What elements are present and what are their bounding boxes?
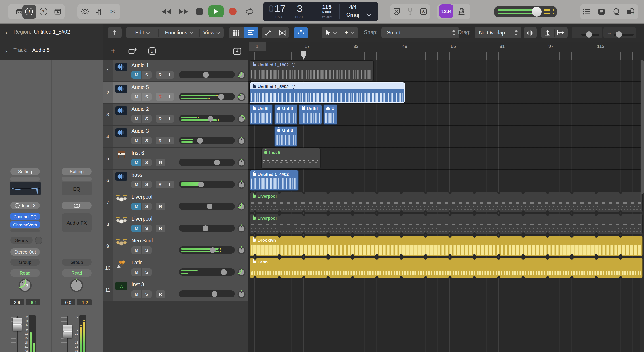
track-header-inst-3[interactable]: 11♫Inst 3MSR — [103, 279, 248, 301]
strip-stereo-format-button[interactable] — [62, 202, 92, 209]
track-disclosure-icon[interactable]: › — [5, 48, 8, 54]
mute-button[interactable]: M — [132, 93, 141, 101]
track-pan-knob[interactable] — [237, 202, 246, 211]
forward-button[interactable] — [178, 8, 188, 15]
lcd-chevron-icon[interactable] — [367, 10, 371, 18]
region-untitl[interactable]: Untitl — [274, 126, 298, 147]
record-enable-button[interactable]: R — [156, 93, 164, 101]
track-volume-slider[interactable] — [179, 268, 235, 276]
track-volume-slider[interactable] — [179, 202, 235, 210]
track-volume-slider[interactable] — [179, 137, 235, 144]
track-volume-slider[interactable] — [179, 115, 235, 122]
track-volume-knob[interactable] — [218, 94, 224, 100]
track-volume-knob[interactable] — [198, 181, 204, 187]
region-latin[interactable]: Latin — [250, 258, 643, 278]
list-editors-icon[interactable] — [583, 8, 590, 15]
lcd-display[interactable]: 0 17 3 BAR BEAT 115 KEEP TEMPO 4/4 Cmaj — [263, 2, 378, 22]
secondary-tool-menu[interactable]: + — [340, 27, 358, 38]
inspector-icon[interactable]: i — [25, 8, 33, 16]
strip-eq-slot-out[interactable]: EQ — [62, 182, 92, 196]
note-pads-icon[interactable] — [598, 8, 605, 15]
region-untitled-1-5-02[interactable]: Untitled 1_5#02◯ — [250, 82, 405, 103]
region-untitl[interactable]: Untitl — [250, 104, 273, 125]
track-header-inst-6[interactable]: 5Inst 6MSR — [103, 148, 248, 170]
help-icon[interactable]: ? — [40, 8, 47, 16]
mixer-icon[interactable] — [95, 8, 102, 16]
track-pan-knob[interactable] — [237, 136, 246, 145]
region-untitl[interactable]: Untitl — [299, 104, 322, 125]
menu-view[interactable]: View — [200, 27, 224, 38]
solo-button[interactable]: S — [142, 202, 152, 210]
solo-button[interactable]: S — [142, 159, 152, 166]
horizontal-zoom-knob[interactable] — [616, 31, 622, 38]
volume-knob[interactable] — [532, 7, 542, 16]
region-brooklyn[interactable]: Brooklyn — [250, 236, 643, 256]
strip-peak-value-out[interactable]: -1,2 — [77, 299, 92, 306]
count-in-button[interactable]: 1234 — [439, 4, 454, 18]
track-header-latin[interactable]: 10LatinMS — [103, 257, 248, 279]
track-volume-knob[interactable] — [207, 203, 213, 209]
track-header-liverpool[interactable]: 7LiverpoolMSR — [103, 192, 248, 213]
track-volume-knob[interactable] — [212, 291, 217, 297]
badge-off-icon[interactable] — [393, 8, 400, 16]
region-untitled-1-4-02[interactable]: Untitled 1_4#02 — [250, 170, 299, 190]
menu-edit[interactable]: Edit — [126, 27, 158, 38]
input-monitor-button[interactable]: I — [165, 181, 174, 188]
track-pan-knob[interactable] — [237, 180, 246, 189]
solo-button[interactable]: S — [142, 290, 152, 298]
track-pan-knob[interactable] — [237, 92, 246, 102]
track-header-audio-1[interactable]: 1Audio 1MSRI — [103, 60, 248, 82]
track-volume-knob[interactable] — [210, 247, 215, 253]
strip-empty-plugin-slot[interactable] — [10, 230, 40, 232]
solo-button[interactable]: S — [142, 224, 152, 232]
mute-button[interactable]: M — [132, 224, 141, 232]
vertical-zoom-slider[interactable] — [582, 34, 599, 36]
strip-plugin-chromaverb[interactable]: ChromaVerb — [10, 222, 40, 228]
strip-eq-thumbnail[interactable] — [10, 182, 41, 196]
vertical-auto-zoom-button[interactable] — [541, 27, 554, 38]
region-disclosure-icon[interactable]: › — [5, 29, 8, 36]
track-volume-slider[interactable] — [179, 290, 235, 298]
track-pan-knob[interactable] — [237, 224, 246, 233]
flex-icon[interactable] — [275, 27, 289, 38]
mute-button[interactable]: M — [132, 181, 141, 188]
track-pan-knob[interactable] — [237, 158, 246, 167]
mute-button[interactable]: M — [132, 115, 141, 122]
region-untitl[interactable]: Untitl — [274, 104, 298, 125]
loop-browser-icon[interactable] — [612, 8, 620, 15]
input-monitor-button[interactable]: I — [165, 71, 174, 79]
track-pan-knob[interactable] — [237, 268, 246, 277]
region-liverpool[interactable]: Liverpool — [250, 214, 643, 234]
add-track-button[interactable]: + — [108, 46, 118, 56]
mute-button[interactable]: M — [132, 246, 141, 254]
strip-group-button-out[interactable]: Group — [62, 258, 92, 266]
strip-automation-button-out[interactable]: Read — [62, 269, 92, 277]
strip-pan-knob[interactable]: -23 — [18, 278, 33, 293]
tuner-icon[interactable] — [407, 8, 413, 16]
record-button[interactable] — [229, 8, 236, 15]
record-enable-button[interactable]: R — [156, 137, 164, 144]
collapse-tracks-button[interactable] — [231, 46, 243, 56]
track-inspector-bar[interactable]: › Track: Audio 5 — [0, 42, 103, 60]
cycle-icon[interactable] — [245, 8, 254, 15]
solo-button[interactable]: S — [142, 246, 152, 254]
track-header-audio-5[interactable]: 2Audio 5MSRI — [103, 82, 248, 104]
strip-volume-value-out[interactable]: 0,0 — [61, 299, 75, 306]
strip-sends-button[interactable]: Sends — [10, 236, 33, 244]
waveform-zoom-button[interactable] — [524, 27, 537, 38]
duplicate-track-button[interactable] — [126, 46, 139, 56]
record-enable-button[interactable]: R — [156, 290, 166, 298]
solo-button[interactable]: S — [142, 268, 152, 276]
track-pan-knob[interactable] — [237, 71, 246, 80]
strip-send-knob[interactable] — [35, 236, 42, 244]
record-enable-button[interactable]: R — [156, 202, 166, 210]
track-header-neo-soul[interactable]: 9Neo SoulMS — [103, 235, 248, 257]
scissors-icon[interactable]: ✂ — [110, 8, 116, 16]
track-solo-button[interactable]: S — [147, 46, 158, 56]
strip-gain-slot[interactable] — [10, 177, 40, 181]
grid-view-button[interactable] — [229, 27, 244, 38]
track-volume-slider[interactable] — [179, 159, 235, 166]
mute-button[interactable]: M — [132, 137, 141, 144]
strip-output-button[interactable]: Stereo Out — [10, 248, 40, 256]
catch-playhead-button[interactable] — [294, 27, 308, 38]
